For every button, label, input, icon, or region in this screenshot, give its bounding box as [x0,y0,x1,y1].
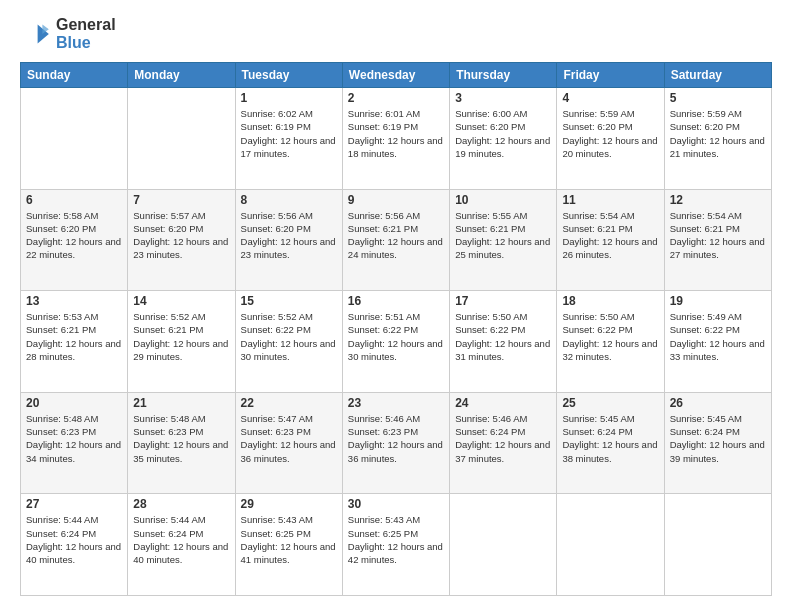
sunrise-text: Sunrise: 6:00 AM [455,107,551,120]
day-cell: 5Sunrise: 5:59 AMSunset: 6:20 PMDaylight… [664,88,771,190]
week-row-1: 1Sunrise: 6:02 AMSunset: 6:19 PMDaylight… [21,88,772,190]
day-info: Sunrise: 6:02 AMSunset: 6:19 PMDaylight:… [241,107,337,160]
sunrise-text: Sunrise: 5:53 AM [26,310,122,323]
sunset-text: Sunset: 6:24 PM [562,425,658,438]
sunset-text: Sunset: 6:20 PM [26,222,122,235]
day-cell: 9Sunrise: 5:56 AMSunset: 6:21 PMDaylight… [342,189,449,291]
day-info: Sunrise: 5:48 AMSunset: 6:23 PMDaylight:… [26,412,122,465]
day-number: 8 [241,193,337,207]
sunrise-text: Sunrise: 5:54 AM [562,209,658,222]
day-info: Sunrise: 5:59 AMSunset: 6:20 PMDaylight:… [670,107,766,160]
day-info: Sunrise: 5:47 AMSunset: 6:23 PMDaylight:… [241,412,337,465]
header-row: SundayMondayTuesdayWednesdayThursdayFrid… [21,63,772,88]
daylight-text: Daylight: 12 hours and 31 minutes. [455,337,551,364]
day-info: Sunrise: 5:51 AMSunset: 6:22 PMDaylight:… [348,310,444,363]
day-cell: 22Sunrise: 5:47 AMSunset: 6:23 PMDayligh… [235,392,342,494]
day-cell: 13Sunrise: 5:53 AMSunset: 6:21 PMDayligh… [21,291,128,393]
sunset-text: Sunset: 6:19 PM [348,120,444,133]
week-row-5: 27Sunrise: 5:44 AMSunset: 6:24 PMDayligh… [21,494,772,596]
daylight-text: Daylight: 12 hours and 34 minutes. [26,438,122,465]
day-cell [664,494,771,596]
day-header-tuesday: Tuesday [235,63,342,88]
sunrise-text: Sunrise: 5:59 AM [670,107,766,120]
day-number: 29 [241,497,337,511]
daylight-text: Daylight: 12 hours and 38 minutes. [562,438,658,465]
day-number: 1 [241,91,337,105]
daylight-text: Daylight: 12 hours and 20 minutes. [562,134,658,161]
day-info: Sunrise: 5:50 AMSunset: 6:22 PMDaylight:… [562,310,658,363]
daylight-text: Daylight: 12 hours and 33 minutes. [670,337,766,364]
day-number: 27 [26,497,122,511]
day-info: Sunrise: 5:44 AMSunset: 6:24 PMDaylight:… [26,513,122,566]
day-cell: 28Sunrise: 5:44 AMSunset: 6:24 PMDayligh… [128,494,235,596]
daylight-text: Daylight: 12 hours and 25 minutes. [455,235,551,262]
day-cell: 8Sunrise: 5:56 AMSunset: 6:20 PMDaylight… [235,189,342,291]
daylight-text: Daylight: 12 hours and 17 minutes. [241,134,337,161]
sunrise-text: Sunrise: 5:58 AM [26,209,122,222]
sunrise-text: Sunrise: 5:54 AM [670,209,766,222]
day-number: 18 [562,294,658,308]
sunrise-text: Sunrise: 5:55 AM [455,209,551,222]
sunset-text: Sunset: 6:20 PM [562,120,658,133]
day-info: Sunrise: 5:56 AMSunset: 6:21 PMDaylight:… [348,209,444,262]
sunset-text: Sunset: 6:20 PM [670,120,766,133]
sunset-text: Sunset: 6:23 PM [348,425,444,438]
sunrise-text: Sunrise: 5:59 AM [562,107,658,120]
logo: General Blue [20,16,116,52]
day-header-friday: Friday [557,63,664,88]
sunset-text: Sunset: 6:19 PM [241,120,337,133]
header: General Blue [20,16,772,52]
day-info: Sunrise: 5:57 AMSunset: 6:20 PMDaylight:… [133,209,229,262]
day-cell [557,494,664,596]
daylight-text: Daylight: 12 hours and 40 minutes. [26,540,122,567]
sunset-text: Sunset: 6:20 PM [133,222,229,235]
day-cell: 24Sunrise: 5:46 AMSunset: 6:24 PMDayligh… [450,392,557,494]
day-cell: 15Sunrise: 5:52 AMSunset: 6:22 PMDayligh… [235,291,342,393]
day-number: 25 [562,396,658,410]
calendar-table: SundayMondayTuesdayWednesdayThursdayFrid… [20,62,772,596]
day-header-wednesday: Wednesday [342,63,449,88]
sunset-text: Sunset: 6:21 PM [562,222,658,235]
sunset-text: Sunset: 6:21 PM [133,323,229,336]
sunset-text: Sunset: 6:22 PM [348,323,444,336]
day-number: 14 [133,294,229,308]
daylight-text: Daylight: 12 hours and 22 minutes. [26,235,122,262]
day-info: Sunrise: 5:52 AMSunset: 6:22 PMDaylight:… [241,310,337,363]
day-number: 22 [241,396,337,410]
day-number: 24 [455,396,551,410]
day-info: Sunrise: 6:01 AMSunset: 6:19 PMDaylight:… [348,107,444,160]
day-number: 30 [348,497,444,511]
sunset-text: Sunset: 6:22 PM [241,323,337,336]
day-cell: 6Sunrise: 5:58 AMSunset: 6:20 PMDaylight… [21,189,128,291]
day-cell: 19Sunrise: 5:49 AMSunset: 6:22 PMDayligh… [664,291,771,393]
sunrise-text: Sunrise: 5:47 AM [241,412,337,425]
day-cell: 25Sunrise: 5:45 AMSunset: 6:24 PMDayligh… [557,392,664,494]
daylight-text: Daylight: 12 hours and 37 minutes. [455,438,551,465]
sunset-text: Sunset: 6:21 PM [670,222,766,235]
sunset-text: Sunset: 6:21 PM [26,323,122,336]
day-number: 23 [348,396,444,410]
sunset-text: Sunset: 6:20 PM [241,222,337,235]
day-number: 2 [348,91,444,105]
sunrise-text: Sunrise: 5:56 AM [241,209,337,222]
logo-icon [20,18,52,50]
logo-text: General Blue [56,16,116,52]
day-info: Sunrise: 6:00 AMSunset: 6:20 PMDaylight:… [455,107,551,160]
daylight-text: Daylight: 12 hours and 21 minutes. [670,134,766,161]
sunrise-text: Sunrise: 5:51 AM [348,310,444,323]
sunset-text: Sunset: 6:24 PM [26,527,122,540]
sunset-text: Sunset: 6:23 PM [26,425,122,438]
sunset-text: Sunset: 6:20 PM [455,120,551,133]
daylight-text: Daylight: 12 hours and 42 minutes. [348,540,444,567]
sunset-text: Sunset: 6:22 PM [562,323,658,336]
daylight-text: Daylight: 12 hours and 23 minutes. [133,235,229,262]
day-header-monday: Monday [128,63,235,88]
day-cell: 10Sunrise: 5:55 AMSunset: 6:21 PMDayligh… [450,189,557,291]
day-cell: 23Sunrise: 5:46 AMSunset: 6:23 PMDayligh… [342,392,449,494]
sunset-text: Sunset: 6:23 PM [133,425,229,438]
daylight-text: Daylight: 12 hours and 26 minutes. [562,235,658,262]
day-info: Sunrise: 5:53 AMSunset: 6:21 PMDaylight:… [26,310,122,363]
daylight-text: Daylight: 12 hours and 30 minutes. [348,337,444,364]
day-info: Sunrise: 5:54 AMSunset: 6:21 PMDaylight:… [562,209,658,262]
daylight-text: Daylight: 12 hours and 30 minutes. [241,337,337,364]
